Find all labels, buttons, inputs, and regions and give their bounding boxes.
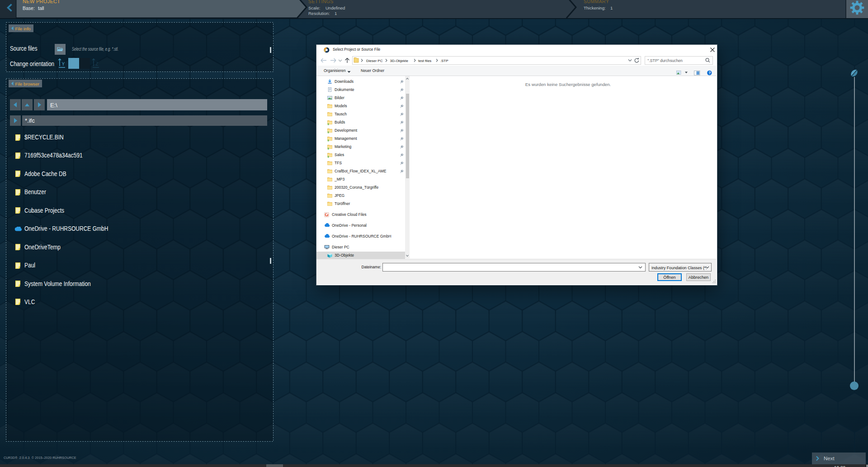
svg-text:Thickening:: Thickening: — [584, 5, 606, 10]
svg-text:3D-Objekte: 3D-Objekte — [390, 59, 409, 63]
svg-text:.STP: .STP — [440, 59, 448, 63]
svg-text:Base:: Base: — [23, 5, 35, 11]
svg-text:Undefined: Undefined — [326, 5, 345, 10]
svg-text:Scale:: Scale: — [308, 5, 320, 10]
svg-text:1: 1 — [335, 11, 337, 16]
svg-text:SUMMARY: SUMMARY — [584, 0, 609, 4]
svg-text:".STP" durchsuchen: ".STP" durchsuchen — [647, 58, 683, 63]
svg-text:test files: test files — [418, 59, 431, 63]
svg-text:File browser: File browser — [15, 81, 40, 86]
svg-text:SETTINGS: SETTINGS — [308, 0, 334, 4]
svg-text:Z: Z — [96, 62, 99, 67]
svg-text:tall: tall — [38, 5, 44, 11]
svg-text:Next: Next — [824, 456, 835, 461]
svg-text:File info: File info — [15, 26, 31, 31]
svg-text:Dieser PC: Dieser PC — [366, 59, 383, 63]
svg-text:Y: Y — [62, 62, 65, 67]
svg-text:Resolution:: Resolution: — [308, 11, 330, 16]
svg-text:NEW PROJECT: NEW PROJECT — [23, 0, 60, 4]
svg-text:?: ? — [708, 71, 711, 75]
svg-text:1: 1 — [610, 5, 613, 10]
